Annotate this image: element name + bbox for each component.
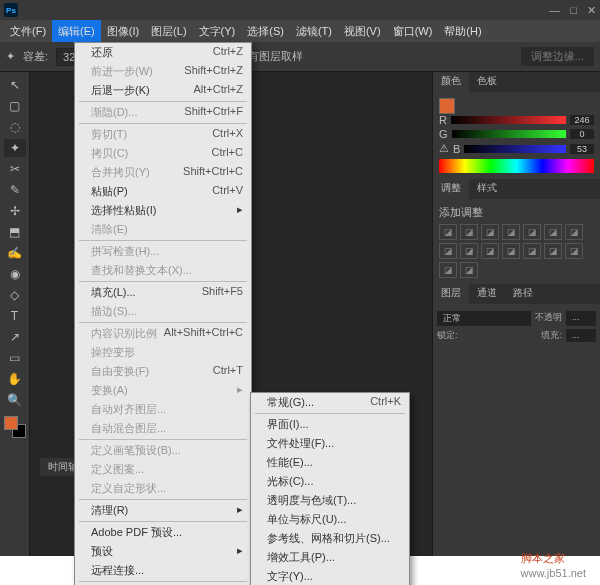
menuitem-预设[interactable]: 预设▸: [75, 542, 251, 561]
adj-icon-2[interactable]: ◪: [481, 224, 499, 240]
close-icon[interactable]: ✕: [587, 4, 596, 17]
tool-13[interactable]: ▭: [4, 349, 26, 367]
menu-帮助[interactable]: 帮助(H): [438, 20, 487, 42]
tool-12[interactable]: ↗: [4, 328, 26, 346]
menu-选择[interactable]: 选择(S): [241, 20, 290, 42]
g-value[interactable]: 0: [570, 129, 594, 139]
menuitem-后退一步K[interactable]: 后退一步(K)Alt+Ctrl+Z: [75, 81, 251, 100]
adj-icon-15[interactable]: ◪: [460, 262, 478, 278]
tool-1[interactable]: ▢: [4, 97, 26, 115]
magic-wand-icon: ✦: [6, 50, 15, 63]
tool-7[interactable]: ⬒: [4, 223, 26, 241]
menuitem-定义图案: 定义图案...: [75, 460, 251, 479]
menuitem-自动混合图层: 自动混合图层...: [75, 419, 251, 438]
menuitem-Adobe PDF 预设[interactable]: Adobe PDF 预设...: [75, 523, 251, 542]
maximize-icon[interactable]: □: [570, 4, 577, 17]
menuitem-增效工具P[interactable]: 增效工具(P)...: [251, 548, 409, 567]
add-adjustment-label: 添加调整: [439, 205, 594, 220]
adj-icon-13[interactable]: ◪: [565, 243, 583, 259]
tool-2[interactable]: ◌: [4, 118, 26, 136]
menu-滤镜[interactable]: 滤镜(T): [290, 20, 338, 42]
menuitem-单位与标尺U[interactable]: 单位与标尺(U)...: [251, 510, 409, 529]
adj-icon-1[interactable]: ◪: [460, 224, 478, 240]
menu-图像[interactable]: 图像(I): [101, 20, 145, 42]
tool-10[interactable]: ◇: [4, 286, 26, 304]
menuitem-粘贴P[interactable]: 粘贴(P)Ctrl+V: [75, 182, 251, 201]
adj-icon-3[interactable]: ◪: [502, 224, 520, 240]
color-panel: R246 G0 ⚠B53: [433, 92, 600, 179]
menuitem-内容识别比例: 内容识别比例Alt+Shift+Ctrl+C: [75, 324, 251, 343]
tab-swatches[interactable]: 色板: [469, 72, 505, 92]
fg-swatch[interactable]: [439, 98, 455, 114]
menuitem-光标C[interactable]: 光标(C)...: [251, 472, 409, 491]
minimize-icon[interactable]: —: [549, 4, 560, 17]
menuitem-填充L[interactable]: 填充(L)...Shift+F5: [75, 283, 251, 302]
menuitem-清除E: 清除(E): [75, 220, 251, 239]
menu-文字[interactable]: 文字(Y): [193, 20, 242, 42]
adj-icon-6[interactable]: ◪: [565, 224, 583, 240]
menuitem-参考线、网格和切片S[interactable]: 参考线、网格和切片(S)...: [251, 529, 409, 548]
tab-color[interactable]: 颜色: [433, 72, 469, 92]
menuitem-界面I[interactable]: 界面(I)...: [251, 415, 409, 434]
tool-14[interactable]: ✋: [4, 370, 26, 388]
adj-icon-7[interactable]: ◪: [439, 243, 457, 259]
adj-icon-14[interactable]: ◪: [439, 262, 457, 278]
menuitem-文字Y[interactable]: 文字(Y)...: [251, 567, 409, 585]
menuitem-常规G[interactable]: 常规(G)...Ctrl+K: [251, 393, 409, 412]
tab-paths[interactable]: 路径: [505, 284, 541, 304]
tool-9[interactable]: ◉: [4, 265, 26, 283]
menuitem-选择性粘贴I[interactable]: 选择性粘贴(I)▸: [75, 201, 251, 220]
adj-icon-10[interactable]: ◪: [502, 243, 520, 259]
tool-3[interactable]: ✦: [4, 139, 26, 157]
tab-channels[interactable]: 通道: [469, 284, 505, 304]
adj-icon-4[interactable]: ◪: [523, 224, 541, 240]
b-label: B: [453, 143, 460, 155]
tab-adjustments[interactable]: 调整: [433, 179, 469, 199]
menuitem-操控变形: 操控变形: [75, 343, 251, 362]
menu-编辑[interactable]: 编辑(E): [52, 20, 101, 42]
menu-窗口[interactable]: 窗口(W): [387, 20, 439, 42]
tolerance-label: 容差:: [23, 49, 48, 64]
menuitem-文件处理F[interactable]: 文件处理(F)...: [251, 434, 409, 453]
adj-icon-9[interactable]: ◪: [481, 243, 499, 259]
tool-15[interactable]: 🔍: [4, 391, 26, 409]
tab-styles[interactable]: 样式: [469, 179, 505, 199]
adj-icon-0[interactable]: ◪: [439, 224, 457, 240]
blend-mode-select[interactable]: 正常: [437, 311, 531, 326]
title-bar: Ps — □ ✕: [0, 0, 600, 20]
spectrum-bar[interactable]: [439, 159, 594, 173]
menuitem-远程连接[interactable]: 远程连接...: [75, 561, 251, 580]
menu-视图[interactable]: 视图(V): [338, 20, 387, 42]
tool-0[interactable]: ↖: [4, 76, 26, 94]
tool-4[interactable]: ✂: [4, 160, 26, 178]
r-slider[interactable]: [451, 116, 566, 124]
refine-edge-button[interactable]: 调整边缘...: [521, 47, 594, 66]
tab-layers[interactable]: 图层: [433, 284, 469, 304]
adj-icon-11[interactable]: ◪: [523, 243, 541, 259]
adj-icon-12[interactable]: ◪: [544, 243, 562, 259]
r-value[interactable]: 246: [570, 115, 594, 125]
adj-icon-8[interactable]: ◪: [460, 243, 478, 259]
menu-图层[interactable]: 图层(L): [145, 20, 192, 42]
fg-bg-swatch[interactable]: [4, 416, 26, 438]
menuitem-还原[interactable]: 还原Ctrl+Z: [75, 43, 251, 62]
tool-8[interactable]: ✍: [4, 244, 26, 262]
b-value[interactable]: 53: [570, 144, 594, 154]
fill-value[interactable]: ...: [566, 329, 596, 342]
menuitem-定义画笔预设B: 定义画笔预设(B)...: [75, 441, 251, 460]
menuitem-透明度与色域T[interactable]: 透明度与色域(T)...: [251, 491, 409, 510]
menu-文件[interactable]: 文件(F): [4, 20, 52, 42]
menuitem-清理R[interactable]: 清理(R)▸: [75, 501, 251, 520]
tool-11[interactable]: T: [4, 307, 26, 325]
g-slider[interactable]: [452, 130, 566, 138]
tool-6[interactable]: ✢: [4, 202, 26, 220]
menuitem-性能E[interactable]: 性能(E)...: [251, 453, 409, 472]
adj-icon-5[interactable]: ◪: [544, 224, 562, 240]
menu-bar: 文件(F)编辑(E)图像(I)图层(L)文字(Y)选择(S)滤镜(T)视图(V)…: [0, 20, 600, 42]
opacity-value[interactable]: ...: [566, 311, 596, 326]
b-slider[interactable]: [464, 145, 566, 153]
lock-label: 锁定:: [437, 329, 458, 342]
menuitem-拼写检查H: 拼写检查(H)...: [75, 242, 251, 261]
tool-5[interactable]: ✎: [4, 181, 26, 199]
watermark: 脚本之家 www.jb51.net: [521, 546, 586, 579]
